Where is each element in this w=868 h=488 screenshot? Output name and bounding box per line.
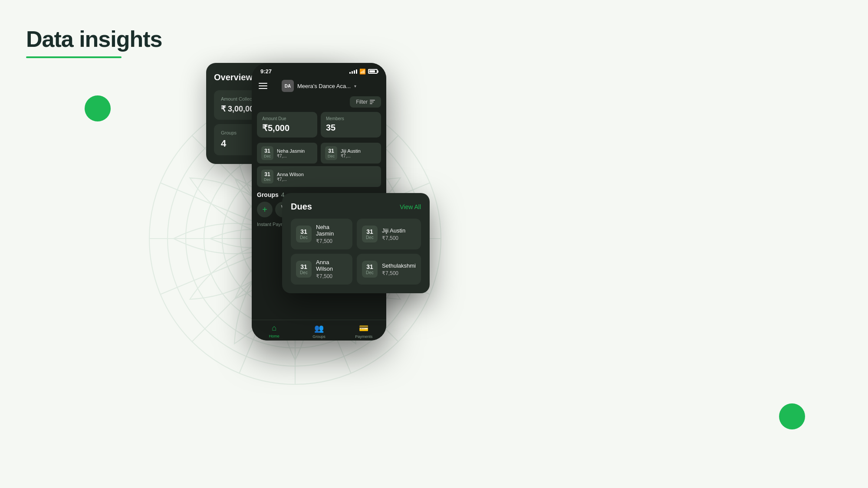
groups-label: Groups [312,334,326,339]
due-card-date-4: 31 Dec [362,261,378,278]
groups-icon: 👥 [314,324,324,333]
due-day-3: 31 [264,171,271,177]
due-card-sethu: 31 Dec Sethulakshmi ₹7,500 [357,254,421,285]
overview-title: Overview [214,72,253,82]
home-label: Home [269,334,279,338]
wifi-icon: 📶 [359,69,366,75]
dues-popup-grid: 31 Dec Neha Jasmin ₹7,500 31 Dec Jiji Au… [291,219,421,285]
phone-members-card: Members 35 [321,112,381,138]
due-card-amount-1: ₹7,500 [316,238,347,244]
phone-amount-due-value: ₹5,000 [262,123,312,133]
due-card-day-2: 31 [365,228,374,235]
hamburger-menu-button[interactable] [259,83,267,89]
dropdown-arrow-icon: ▾ [354,84,356,88]
phone-amount-due-label: Amount Due [262,116,312,121]
home-icon: ⌂ [272,324,276,333]
dues-row-2: 31 Dec Anna Wilson ₹7,... [257,166,381,187]
due-amount-2: ₹7,... [341,154,361,158]
due-item-neha: 31 Dec Neha Jasmin ₹7,... [257,143,317,164]
org-avatar: DA [282,80,294,92]
nav-groups[interactable]: 👥 Groups [296,324,341,339]
phone-status-bar: 9:27 📶 [252,63,386,77]
dues-popup-title: Dues [291,202,312,212]
due-item-anna: 31 Dec Anna Wilson ₹7,... [257,166,381,187]
due-card-info-1: Neha Jasmin ₹7,500 [316,224,347,244]
due-card-neha: 31 Dec Neha Jasmin ₹7,500 [291,219,352,249]
due-month-2: Dec [328,154,335,158]
due-card-amount-4: ₹7,500 [382,270,416,276]
phone-amount-due-card: Amount Due ₹5,000 [257,112,317,138]
add-group-button[interactable]: + [257,202,273,217]
phone-filter-row: Filter [257,96,381,108]
due-date-badge: 31 Dec [261,146,273,160]
payments-icon: 💳 [359,324,368,333]
due-card-name-1: Neha Jasmin [316,224,347,237]
battery-icon [368,69,378,74]
due-month-3: Dec [264,177,271,182]
due-info-2: Jiji Austin ₹7,... [341,148,361,158]
nav-home[interactable]: ⌂ Home [252,324,296,339]
phone-filter-label: Filter [356,99,368,105]
due-card-date-1: 31 Dec [296,226,312,242]
due-day: 31 [264,148,271,154]
due-name-2: Jiji Austin [341,148,361,154]
phone-members-value: 35 [326,123,376,133]
phone-stats-row: Amount Due ₹5,000 Members 35 [257,112,381,138]
title-underline [26,56,122,58]
due-card-name-4: Sethulakshmi [382,262,416,269]
dues-row-1: 31 Dec Neha Jasmin ₹7,... 31 Dec Jiji Au… [257,143,381,164]
decorative-circle-left [85,95,111,121]
due-card-month-4: Dec [365,270,374,275]
due-amount-3: ₹7,... [277,177,304,182]
due-card-month-2: Dec [365,235,374,240]
phone-header: DA Meera's Dance Aca... ▾ [252,77,386,96]
due-month: Dec [264,154,271,158]
phone-dues-list: 31 Dec Neha Jasmin ₹7,... 31 Dec Jiji Au… [257,143,381,187]
due-date-badge-3: 31 Dec [261,170,273,183]
due-amount: ₹7,... [277,154,305,158]
decorative-circle-right [779,403,805,429]
due-date-badge-2: 31 Dec [325,146,337,160]
org-name: Meera's Dance Aca... [297,83,351,89]
nav-payments[interactable]: 💳 Payments [342,324,386,339]
org-selector[interactable]: DA Meera's Dance Aca... ▾ [282,80,356,92]
status-icons: 📶 [349,69,378,75]
due-card-name-2: Jiji Austin [382,227,405,234]
due-card-month-1: Dec [299,235,308,240]
signal-bars-icon [349,69,357,74]
due-item-jiji: 31 Dec Jiji Austin ₹7,... [321,143,381,164]
due-name-3: Anna Wilson [277,172,304,177]
due-info: Neha Jasmin ₹7,... [277,148,305,158]
phone-nav: ⌂ Home 👥 Groups 💳 Payments [252,320,386,341]
due-card-date-2: 31 Dec [362,226,378,242]
phone-members-label: Members [326,116,376,121]
status-time: 9:27 [260,68,272,75]
due-card-anna: 31 Dec Anna Wilson ₹7,500 [291,254,352,285]
due-card-day-1: 31 [299,228,308,235]
dues-popup-header: Dues View All [291,202,421,212]
due-card-info-4: Sethulakshmi ₹7,500 [382,262,416,276]
dues-view-all-link[interactable]: View All [400,203,421,210]
page-title: Data insights [26,26,162,52]
due-card-day-4: 31 [365,263,374,270]
phone-filter-button[interactable]: Filter [350,96,381,108]
payments-label: Payments [355,334,372,339]
dues-popup: Dues View All 31 Dec Neha Jasmin ₹7,500 … [282,193,430,293]
groups-section-label: Groups [257,191,279,198]
due-card-month-3: Dec [299,270,308,275]
due-card-date-3: 31 Dec [296,261,312,278]
due-card-jiji: 31 Dec Jiji Austin ₹7,500 [357,219,421,249]
due-card-day-3: 31 [299,263,308,270]
due-card-info-3: Anna Wilson ₹7,500 [316,259,347,279]
due-name: Neha Jasmin [277,148,305,154]
due-card-amount-3: ₹7,500 [316,273,347,279]
battery-fill [369,70,375,72]
page-title-area: Data insights [26,26,162,58]
phone-filter-icon [370,100,375,104]
due-card-info-2: Jiji Austin ₹7,500 [382,227,405,241]
due-card-name-3: Anna Wilson [316,259,347,272]
due-day-2: 31 [328,148,335,154]
due-info-3: Anna Wilson ₹7,... [277,172,304,182]
due-card-amount-2: ₹7,500 [382,235,405,241]
